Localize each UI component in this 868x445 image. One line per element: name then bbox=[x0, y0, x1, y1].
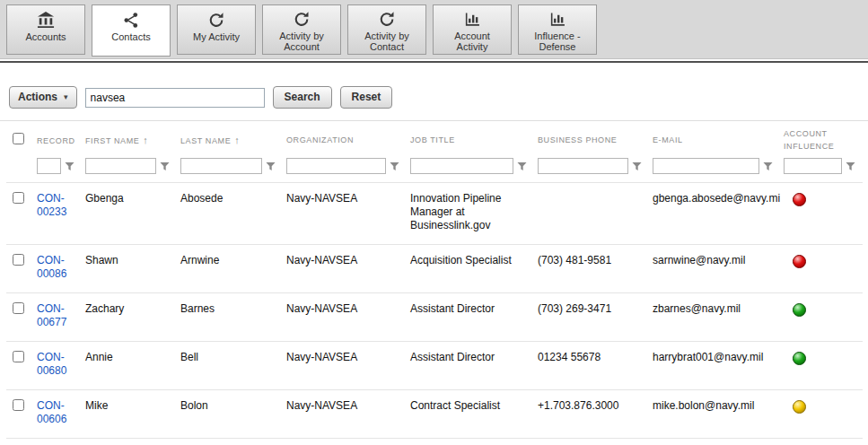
business-phone-cell: (703) 269-3471 bbox=[534, 293, 649, 342]
influence-cell bbox=[780, 183, 863, 245]
filter-funnel-icon[interactable] bbox=[846, 161, 855, 171]
table-row: CON-00606 Mike Bolon Navy-NAVSEA Contrac… bbox=[6, 390, 863, 439]
filter-input-email[interactable] bbox=[653, 158, 759, 174]
filter-funnel-icon[interactable] bbox=[266, 161, 276, 171]
record-link[interactable]: CON-00086 bbox=[37, 254, 66, 280]
filter-funnel-icon[interactable] bbox=[160, 161, 170, 171]
filter-funnel-icon[interactable] bbox=[763, 161, 773, 171]
email-cell: mike.bolon@navy.mil bbox=[649, 390, 780, 439]
sort-asc-icon: ↑ bbox=[234, 135, 240, 145]
record-link[interactable]: CON-00677 bbox=[37, 302, 66, 328]
row-checkbox[interactable] bbox=[13, 254, 24, 266]
table-row: CON-00086 Shawn Arnwine Navy-NAVSEA Acqu… bbox=[6, 245, 863, 293]
column-header-record[interactable]: RECORD bbox=[33, 121, 82, 156]
tab-contacts[interactable]: Contacts bbox=[92, 4, 171, 57]
column-header-account-influence[interactable]: ACCOUNT INFLUENCE bbox=[780, 121, 863, 156]
filter-funnel-icon[interactable] bbox=[65, 161, 75, 171]
job-title-cell: Innovation Pipeline Manager at Businessl… bbox=[407, 183, 534, 245]
column-header-last-name[interactable]: LAST NAME↑ bbox=[177, 121, 283, 156]
business-phone-cell: +1.703.876.3000 bbox=[534, 390, 649, 439]
reset-button[interactable]: Reset bbox=[340, 86, 393, 109]
filter-funnel-icon[interactable] bbox=[632, 161, 642, 171]
column-header-first-name[interactable]: FIRST NAME↑ bbox=[82, 121, 177, 156]
tab-divider bbox=[0, 61, 868, 63]
activity-cycle-icon bbox=[293, 10, 311, 29]
tab-label: Activity by Contact bbox=[354, 31, 420, 53]
bar-chart-icon bbox=[463, 10, 481, 29]
tab-activity-by-account[interactable]: Activity by Account bbox=[262, 4, 341, 55]
search-input[interactable] bbox=[85, 88, 265, 108]
column-header-job-title[interactable]: JOB TITLE bbox=[407, 121, 534, 156]
influence-indicator bbox=[793, 255, 806, 268]
tab-my-activity[interactable]: My Activity bbox=[177, 4, 256, 55]
actions-button[interactable]: Actions ▾ bbox=[9, 86, 77, 109]
record-link[interactable]: CON-00680 bbox=[37, 351, 66, 377]
record-cell: CON-00677 bbox=[33, 293, 82, 342]
filter-input-organization[interactable] bbox=[286, 158, 386, 174]
filter-funnel-icon[interactable] bbox=[390, 161, 399, 171]
table-row: CON-00677 Zachary Barnes Navy-NAVSEA Ass… bbox=[6, 293, 863, 342]
filter-funnel-icon[interactable] bbox=[517, 161, 527, 171]
influence-indicator bbox=[793, 303, 806, 317]
row-checkbox[interactable] bbox=[13, 302, 24, 314]
sort-asc-icon: ↑ bbox=[143, 135, 148, 145]
influence-indicator bbox=[793, 193, 806, 206]
row-checkbox[interactable] bbox=[13, 399, 24, 411]
first-name-cell: Mike bbox=[82, 390, 177, 439]
organization-cell: Navy-NAVSEA bbox=[283, 183, 407, 245]
record-cell: CON-00680 bbox=[33, 342, 82, 390]
email-cell: mbrewer@navy.mil bbox=[649, 439, 780, 445]
last-name-cell: Abosede bbox=[177, 183, 283, 245]
filter-input-record[interactable] bbox=[37, 158, 61, 174]
header-row: RECORD FIRST NAME↑ LAST NAME↑ ORGANIZATI… bbox=[6, 121, 863, 156]
last-name-cell: Bell bbox=[177, 342, 283, 390]
last-name-cell: Bolon bbox=[177, 390, 283, 439]
business-phone-cell: (703) 481-9581 bbox=[534, 245, 649, 293]
record-link[interactable]: CON-00233 bbox=[37, 192, 66, 218]
filter-input-business-phone[interactable] bbox=[538, 158, 628, 174]
tab-bar: Accounts Contacts My Activity Activity b… bbox=[0, 0, 868, 59]
row-checkbox[interactable] bbox=[13, 351, 24, 362]
influence-cell bbox=[780, 342, 863, 390]
accounts-icon bbox=[36, 10, 56, 30]
tab-label: Accounts bbox=[23, 31, 67, 43]
table-row: CON-00245 Matt Brewer Navy-NAVSEA IT Dir… bbox=[6, 439, 863, 445]
email-cell: harrybrat001@navy.mil bbox=[649, 342, 780, 390]
email-cell: sarnwine@navy.mil bbox=[649, 245, 780, 293]
business-phone-cell: 01234 55678 bbox=[534, 342, 649, 390]
search-button[interactable]: Search bbox=[273, 86, 332, 109]
email-cell: gbenga.abosede@navy.mil bbox=[649, 183, 780, 245]
influence-cell bbox=[780, 390, 863, 439]
organization-cell: Navy-NAVSEA bbox=[283, 439, 407, 445]
column-header-business-phone[interactable]: BUSINESS PHONE bbox=[534, 121, 649, 156]
business-phone-cell bbox=[534, 183, 649, 245]
first-name-cell: Zachary bbox=[82, 293, 177, 342]
tab-activity-by-contact[interactable]: Activity by Contact bbox=[347, 4, 426, 55]
last-name-cell: Barnes bbox=[177, 293, 283, 342]
tab-label: Contacts bbox=[110, 31, 152, 43]
contacts-table: RECORD FIRST NAME↑ LAST NAME↑ ORGANIZATI… bbox=[6, 121, 863, 445]
job-title-cell: Assistant Director bbox=[407, 293, 534, 342]
organization-cell: Navy-NAVSEA bbox=[283, 293, 407, 342]
select-all-checkbox[interactable] bbox=[13, 133, 24, 144]
organization-cell: Navy-NAVSEA bbox=[283, 245, 407, 293]
record-link[interactable]: CON-00606 bbox=[37, 399, 66, 425]
filter-input-account-influence[interactable] bbox=[784, 158, 842, 174]
column-header-email[interactable]: E-MAIL bbox=[649, 121, 780, 156]
tab-influence-defense[interactable]: Influence - Defense bbox=[518, 4, 597, 55]
record-cell: CON-00245 bbox=[33, 439, 82, 445]
tab-account-activity[interactable]: Account Activity bbox=[433, 4, 512, 55]
contacts-icon bbox=[121, 10, 141, 30]
job-title-cell: Acquisition Specialist bbox=[407, 245, 534, 293]
filter-input-job-title[interactable] bbox=[410, 158, 513, 174]
filter-input-last-name[interactable] bbox=[180, 158, 262, 174]
column-header-organization[interactable]: ORGANIZATION bbox=[283, 121, 407, 156]
email-cell: zbarnes@navy.mil bbox=[649, 293, 780, 342]
tab-accounts[interactable]: Accounts bbox=[6, 4, 85, 55]
influence-indicator bbox=[793, 400, 806, 414]
dropdown-caret-icon: ▾ bbox=[64, 92, 68, 101]
row-checkbox[interactable] bbox=[13, 192, 24, 204]
business-phone-cell: (256) 716-2866 bbox=[534, 439, 649, 445]
filter-input-first-name[interactable] bbox=[85, 158, 156, 174]
filter-row bbox=[6, 156, 863, 183]
